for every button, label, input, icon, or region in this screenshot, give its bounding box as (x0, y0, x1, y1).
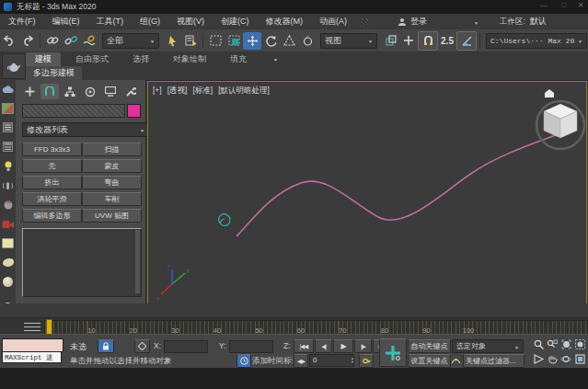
modifier-button-extrude[interactable]: 挤出 (22, 176, 82, 189)
zoom-all-icon[interactable] (546, 338, 559, 350)
rectangular-selection-region-icon[interactable] (206, 32, 225, 50)
close-icon[interactable]: ✕ (574, 1, 587, 9)
go-to-start-button[interactable]: |◀◀ (294, 339, 314, 353)
ribbon-teapot-button[interactable] (2, 53, 26, 79)
select-and-scale-icon[interactable] (280, 32, 298, 50)
create-tab[interactable] (20, 84, 39, 99)
x-coord-field[interactable] (164, 340, 208, 353)
motion-tab[interactable] (81, 84, 99, 99)
selection-lock-button[interactable] (98, 339, 114, 353)
y-coord-field[interactable] (229, 340, 273, 353)
key-mode-toggle[interactable]: ◀▶ (294, 354, 308, 368)
pan-hand-icon[interactable] (546, 353, 559, 365)
redo-icon[interactable] (18, 32, 37, 50)
menu-group[interactable]: 组(G) (132, 16, 168, 28)
modifier-button-lathe[interactable]: 车削 (82, 192, 142, 206)
menu-views[interactable]: 视图(V) (168, 16, 213, 28)
previous-frame-button[interactable]: ◀| (315, 339, 332, 353)
cloud-icon[interactable] (2, 83, 14, 95)
snap-25-icon[interactable]: 2.5 (438, 32, 456, 50)
selection-filter-dropdown[interactable]: 全部 (102, 33, 159, 49)
blob-primitive-icon[interactable] (2, 257, 14, 269)
ribbon-display-dropdown[interactable] (261, 53, 287, 64)
unlink-icon[interactable] (62, 32, 80, 50)
ribbon-panel-polygon-modeling[interactable]: 多边形建模 (26, 66, 82, 80)
modify-tab[interactable] (40, 84, 59, 99)
orbit-icon[interactable] (559, 353, 572, 365)
set-keys-big-button[interactable] (379, 338, 407, 367)
add-time-tag-label[interactable]: 添加时间标记 (252, 356, 293, 367)
login-menu[interactable]: 登录 (398, 16, 478, 28)
reference-coordinate-dropdown[interactable]: 视图 (320, 33, 377, 49)
scene-explorer-icon[interactable] (2, 141, 14, 153)
zoom-extents-all-icon[interactable] (573, 338, 586, 350)
select-and-place-icon[interactable] (298, 32, 317, 50)
spacewarp-icon[interactable] (2, 179, 14, 191)
select-by-name-icon[interactable] (181, 32, 200, 50)
project-folder-dropdown[interactable]: C:\Users\··· Max 2020 (486, 33, 587, 49)
macro-recorder-line[interactable] (2, 338, 63, 352)
object-color-swatch[interactable] (127, 104, 141, 118)
selection-set-dropdown[interactable]: 选定对象 (452, 339, 524, 353)
absolute-offset-toggle[interactable] (134, 339, 150, 353)
snap-toggle-button[interactable] (418, 31, 438, 51)
select-and-move-button[interactable] (243, 32, 261, 50)
modifier-button-uvw-map[interactable]: UVW 贴图 (82, 209, 142, 223)
layer-explorer-icon[interactable] (2, 121, 14, 133)
workspace-selector[interactable]: 工作区: 默认 (500, 16, 547, 28)
mini-curve-editor-button[interactable] (24, 323, 40, 331)
hierarchy-tab[interactable] (61, 84, 79, 99)
box-primitive-icon[interactable] (2, 237, 14, 249)
bind-spacewarp-icon[interactable] (80, 32, 98, 50)
zoom-extents-icon[interactable] (559, 338, 572, 350)
default-tangent-icon[interactable] (451, 355, 462, 367)
menu-animation[interactable]: 动画(A) (311, 16, 355, 28)
maximize-viewport-toggle[interactable] (573, 353, 586, 365)
modifier-button-turbosmooth[interactable]: 涡轮平滑 (22, 192, 82, 206)
ribbon-tab-freeform[interactable]: 自由形式 (66, 52, 118, 66)
perspective-viewport[interactable]: [+] [透视] [标准] [默认明暗处理] x y z (147, 81, 587, 304)
undo-icon[interactable] (0, 32, 18, 50)
field-of-view-icon[interactable] (532, 353, 545, 365)
menu-edit[interactable]: 编辑(E) (44, 16, 88, 28)
sphere-primitive-icon[interactable] (2, 276, 14, 288)
ribbon-tab-populate[interactable]: 填充 (221, 52, 256, 66)
track-bar[interactable]: 0102030405060708090100 (0, 317, 588, 335)
current-frame-field[interactable]: 0 (309, 354, 354, 367)
menu-file[interactable]: 文件(F) (0, 16, 44, 28)
ribbon-tab-modeling[interactable]: 建模 (26, 52, 61, 66)
modifier-button-skin[interactable]: 蒙皮 (82, 159, 142, 173)
menu-modifiers[interactable]: 修改器(M) (258, 16, 312, 28)
key-icon[interactable] (359, 354, 374, 368)
utilities-tab[interactable] (121, 84, 140, 99)
select-and-manipulate-icon[interactable] (399, 32, 418, 50)
modifier-button-shell[interactable]: 壳 (22, 159, 82, 173)
ribbon-tab-selection[interactable]: 选择 (123, 52, 158, 66)
modifier-list-dropdown[interactable]: 修改器列表 (22, 122, 149, 137)
next-frame-button[interactable]: |▶ (354, 339, 372, 353)
select-link-icon[interactable] (43, 32, 62, 50)
frame-spinner[interactable]: ▲▼ (351, 354, 356, 366)
modifier-stack-list[interactable] (22, 228, 142, 297)
select-object-icon[interactable] (163, 32, 181, 50)
maxscript-mini-listener[interactable]: MAXScript 迷 (2, 351, 62, 363)
minimize-icon[interactable]: — (537, 1, 550, 9)
zoom-icon[interactable] (532, 338, 545, 350)
maximize-icon[interactable]: □ (558, 1, 571, 9)
angle-snap-icon[interactable] (456, 31, 477, 51)
light-icon[interactable] (2, 160, 14, 172)
set-key-button[interactable]: 设置关键点 (408, 354, 451, 368)
add-time-tag-button[interactable] (236, 354, 251, 368)
rendered-frame-icon[interactable] (2, 102, 14, 114)
stack-scrollbar[interactable] (135, 230, 140, 293)
key-filters-button[interactable]: 关键点过滤器... (463, 354, 525, 368)
modifier-button-sweep[interactable]: 扫描 (82, 143, 142, 156)
modifier-button-ffd[interactable]: FFD 3x3x3 (22, 143, 82, 156)
helper-sphere-icon[interactable] (2, 199, 14, 211)
play-button[interactable]: ▶ (333, 339, 353, 353)
object-name-field[interactable] (22, 104, 125, 118)
use-pivot-center-icon[interactable] (381, 32, 399, 50)
modifier-button-edit-poly[interactable]: 编辑多边形 (22, 209, 82, 223)
window-crossing-icon[interactable] (225, 32, 243, 50)
select-and-rotate-icon[interactable] (261, 32, 280, 50)
